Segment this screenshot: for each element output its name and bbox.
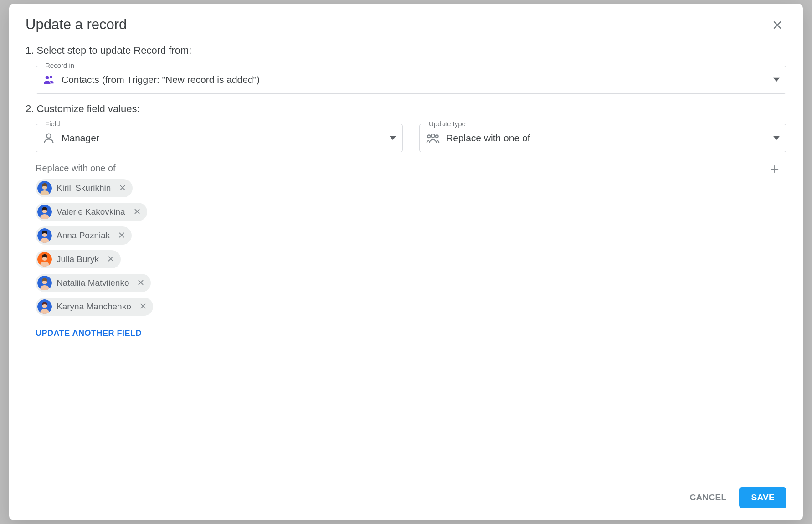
person-name: Karyna Manchenko: [57, 302, 131, 312]
record-in-value: Contacts (from Trigger: "New record is a…: [62, 74, 773, 85]
person-name: Anna Pozniak: [57, 231, 110, 241]
update-type-value: Replace with one of: [446, 133, 773, 144]
record-in-select[interactable]: Record in Contacts (from Trigger: "New r…: [36, 66, 786, 94]
field-value: Manager: [62, 133, 390, 144]
person-icon: [42, 132, 55, 144]
remove-person-button[interactable]: [116, 230, 127, 241]
avatar: [37, 228, 52, 243]
plus-icon: [770, 164, 780, 175]
person-chip-list: Kirill SkurikhinValerie KakovkinaAnna Po…: [36, 179, 786, 316]
add-person-button[interactable]: [766, 161, 783, 178]
svg-point-2: [46, 76, 49, 79]
person-name: Valerie Kakovkina: [57, 207, 125, 217]
chevron-down-icon: [390, 135, 396, 141]
close-icon: [772, 20, 783, 32]
close-icon: [107, 255, 114, 264]
avatar: [37, 299, 52, 314]
update-type-legend: Update type: [426, 120, 468, 128]
close-icon: [119, 184, 126, 193]
replace-with-label: Replace with one of: [36, 163, 786, 174]
person-name: Julia Buryk: [57, 254, 99, 264]
remove-person-button[interactable]: [135, 277, 146, 288]
modal-header: Update a record: [26, 16, 786, 35]
modal-body: 1. Select step to update Record from: Re…: [26, 45, 786, 482]
save-button[interactable]: SAVE: [739, 487, 786, 508]
modal-footer: CANCEL SAVE: [26, 482, 786, 520]
svg-point-4: [46, 134, 51, 138]
close-icon: [137, 279, 144, 288]
person-chip: Nataliia Matviienko: [36, 274, 151, 292]
chevron-down-icon: [773, 77, 780, 83]
avatar: [37, 252, 52, 267]
modal-update-record: Update a record 1. Select step to update…: [9, 4, 803, 520]
avatar: [37, 205, 52, 219]
remove-person-button[interactable]: [117, 183, 128, 194]
cancel-button[interactable]: CANCEL: [682, 487, 735, 508]
remove-person-button[interactable]: [105, 254, 116, 265]
people-icon: [426, 131, 440, 145]
svg-point-6: [436, 135, 438, 138]
person-chip: Anna Pozniak: [36, 226, 132, 245]
remove-person-button[interactable]: [132, 206, 143, 217]
record-in-legend: Record in: [42, 62, 77, 69]
svg-point-7: [427, 135, 430, 138]
close-button[interactable]: [768, 16, 786, 35]
field-select[interactable]: Field Manager: [36, 124, 403, 152]
chevron-down-icon: [773, 135, 780, 141]
close-icon: [139, 303, 147, 311]
person-chip: Kirill Skurikhin: [36, 179, 133, 197]
update-type-select[interactable]: Update type Replace with one of: [419, 124, 786, 152]
person-chip: Karyna Manchenko: [36, 298, 153, 316]
field-legend: Field: [42, 120, 63, 128]
svg-point-5: [431, 134, 435, 138]
update-another-field-button[interactable]: UPDATE ANOTHER FIELD: [36, 329, 786, 336]
person-chip: Julia Buryk: [36, 250, 121, 268]
avatar: [37, 276, 52, 290]
modal-title: Update a record: [26, 16, 127, 33]
close-icon: [118, 231, 125, 240]
person-chip: Valerie Kakovkina: [36, 203, 147, 221]
contacts-icon: [42, 73, 55, 86]
avatar: [37, 181, 52, 195]
replace-with-section: Replace with one of Kirill SkurikhinVale…: [36, 163, 786, 316]
close-icon: [134, 208, 141, 216]
person-name: Nataliia Matviienko: [57, 278, 129, 288]
step-2-heading: 2. Customize field values:: [26, 103, 786, 115]
svg-point-3: [50, 76, 52, 78]
remove-person-button[interactable]: [138, 301, 149, 312]
person-name: Kirill Skurikhin: [57, 183, 111, 193]
step-1-heading: 1. Select step to update Record from:: [26, 45, 786, 57]
